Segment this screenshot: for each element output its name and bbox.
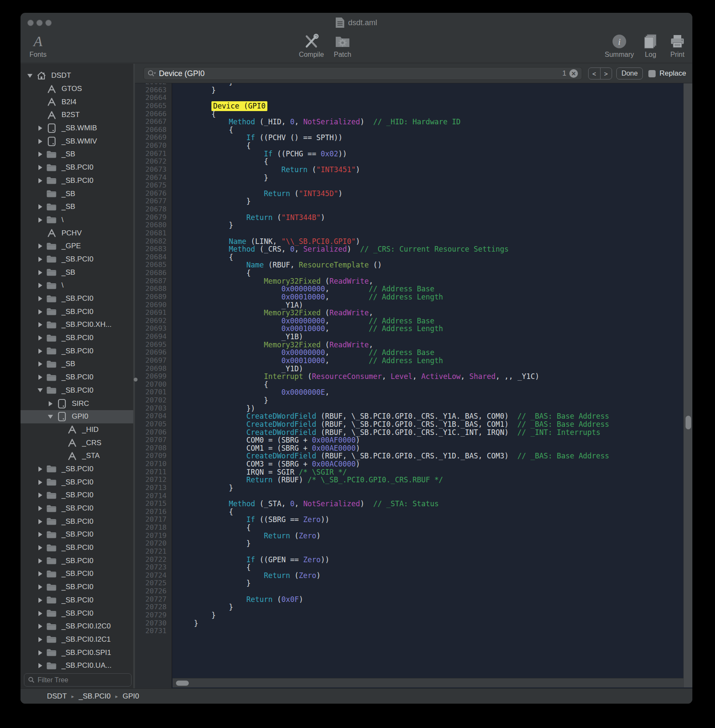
summary-button[interactable]: i Summary (601, 32, 637, 59)
tree-item--sb-pci0[interactable]: _SB.PCI0 (21, 161, 133, 174)
disclosure-closed-icon[interactable] (37, 624, 44, 629)
vertical-scrollbar[interactable] (683, 83, 692, 687)
tree-item--sb[interactable]: _SB (21, 148, 133, 161)
disclosure-closed-icon[interactable] (37, 165, 44, 170)
tree-item--sb-pci0[interactable]: _SB.PCI0 (21, 581, 133, 594)
tree-item--sb-pci0[interactable]: _SB.PCI0 (21, 594, 133, 607)
tree-item--sb-pci0[interactable]: _SB.PCI0 (21, 253, 133, 266)
tree-item--sb-pci0[interactable]: _SB.PCI0 (21, 476, 133, 489)
find-next-button[interactable]: > (601, 68, 612, 79)
disclosure-closed-icon[interactable] (37, 519, 44, 524)
search-input[interactable]: Device (GPI0 1 ✕ (144, 67, 582, 80)
tree-item--sb-pci0[interactable]: _SB.PCI0 (21, 305, 133, 318)
tree-item--sb-pci0[interactable]: _SB.PCI0 (21, 528, 133, 541)
disclosure-closed-icon[interactable] (37, 178, 44, 183)
tree-item-b2st[interactable]: B2ST (21, 109, 133, 122)
tree-item--sb[interactable]: _SB (21, 187, 133, 200)
disclosure-closed-icon[interactable] (37, 467, 44, 472)
disclosure-closed-icon[interactable] (37, 598, 44, 603)
disclosure-closed-icon[interactable] (37, 532, 44, 537)
compile-button[interactable]: Compile (294, 32, 329, 59)
tree-item--sb-pci0[interactable]: _SB.PCI0 (21, 541, 133, 555)
tree-item--sb[interactable]: _SB (21, 266, 133, 279)
disclosure-closed-icon[interactable] (37, 361, 44, 367)
tree-item--sb-pci0-ua-[interactable]: _SB.PCI0.UA... (21, 659, 133, 672)
disclosure-closed-icon[interactable] (37, 217, 44, 223)
patch-button[interactable]: Patch (328, 32, 358, 59)
tree-item--sb-pci0[interactable]: _SB.PCI0 (21, 515, 133, 528)
disclosure-closed-icon[interactable] (37, 480, 44, 485)
breadcrumb-item-gpi0[interactable]: GPI0 (123, 692, 139, 701)
disclosure-open-icon[interactable] (26, 74, 33, 78)
clear-search-button[interactable]: ✕ (569, 69, 578, 78)
tree-item--sb-pci0[interactable]: _SB.PCI0 (21, 489, 133, 502)
tree-item--sb[interactable]: _SB (21, 200, 133, 214)
fonts-button[interactable]: A Fonts (23, 32, 53, 59)
tree-item--sb-pci0[interactable]: _SB.PCI0 (21, 502, 133, 515)
tree-item-pchv[interactable]: PCHV (21, 226, 133, 240)
disclosure-closed-icon[interactable] (37, 571, 44, 576)
disclosure-closed-icon[interactable] (37, 296, 44, 301)
breadcrumb-item--sb-pci0[interactable]: _SB.PCI0 (79, 692, 111, 701)
horizontal-scrollbar-thumb[interactable] (176, 681, 189, 686)
horizontal-scrollbar[interactable] (173, 678, 692, 687)
disclosure-closed-icon[interactable] (37, 309, 44, 314)
disclosure-closed-icon[interactable] (37, 663, 44, 668)
tree-item--sta[interactable]: _STA (21, 449, 133, 463)
disclosure-closed-icon[interactable] (37, 126, 44, 131)
tree-item--sb-pci0[interactable]: _SB.PCI0 (21, 567, 133, 581)
disclosure-closed-icon[interactable] (37, 493, 44, 498)
disclosure-closed-icon[interactable] (37, 283, 44, 288)
disclosure-closed-icon[interactable] (37, 584, 44, 590)
disclosure-closed-icon[interactable] (37, 650, 44, 655)
tree-item--sb-pci0-xh-[interactable]: _SB.PCI0.XH... (21, 318, 133, 332)
tree-item--[interactable]: \ (21, 214, 133, 227)
tree-item--sb-pci0[interactable]: _SB.PCI0 (21, 463, 133, 476)
tree-item--[interactable]: \ (21, 279, 133, 292)
disclosure-closed-icon[interactable] (37, 270, 44, 275)
tree-item--sb-pci0[interactable]: _SB.PCI0 (21, 607, 133, 620)
disclosure-closed-icon[interactable] (37, 506, 44, 511)
disclosure-closed-icon[interactable] (37, 139, 44, 144)
disclosure-closed-icon[interactable] (37, 322, 44, 327)
disclosure-closed-icon[interactable] (37, 152, 44, 157)
disclosure-closed-icon[interactable] (37, 637, 44, 642)
tree-item--sb-wmib[interactable]: _SB.WMIB (21, 122, 133, 135)
disclosure-closed-icon[interactable] (37, 204, 44, 209)
disclosure-closed-icon[interactable] (37, 545, 44, 550)
tree-item--sb-pci0[interactable]: _SB.PCI0 (21, 174, 133, 188)
disclosure-closed-icon[interactable] (47, 401, 54, 406)
tree-item-dsdt[interactable]: DSDT (21, 69, 133, 82)
tree-item--sb-pci0[interactable]: _SB.PCI0 (21, 554, 133, 567)
disclosure-closed-icon[interactable] (37, 257, 44, 262)
tree-item--gpe[interactable]: _GPE (21, 240, 133, 253)
tree-item--sb[interactable]: _SB (21, 358, 133, 371)
tree-item--sb-pci0[interactable]: _SB.PCI0 (21, 344, 133, 358)
disclosure-closed-icon[interactable] (37, 611, 44, 616)
tree-item-sirc[interactable]: SIRC (21, 397, 133, 410)
done-button[interactable]: Done (616, 68, 643, 79)
tree-item--sb-pci0-spi1[interactable]: _SB.PCI0.SPI1 (21, 646, 133, 659)
print-button[interactable]: Print (665, 32, 690, 59)
tree-item--sb-wmiv[interactable]: _SB.WMIV (21, 135, 133, 148)
splitter-handle[interactable] (134, 378, 138, 382)
tree-item--sb-pci0-i2c0[interactable]: _SB.PCI0.I2C0 (21, 620, 133, 633)
disclosure-closed-icon[interactable] (37, 349, 44, 354)
find-previous-button[interactable]: < (589, 68, 601, 79)
disclosure-closed-icon[interactable] (37, 558, 44, 564)
tree-item--crs[interactable]: _CRS (21, 436, 133, 449)
disclosure-closed-icon[interactable] (37, 375, 44, 380)
tree-item-gtos[interactable]: GTOS (21, 82, 133, 96)
tree-item--sb-pci0[interactable]: _SB.PCI0 (21, 371, 133, 384)
disclosure-open-icon[interactable] (37, 388, 44, 392)
disclosure-open-icon[interactable] (47, 415, 54, 419)
breadcrumb-item-dsdt[interactable]: DSDT (47, 692, 67, 701)
filter-tree-input[interactable]: Filter Tree (24, 673, 132, 687)
tree-item--hid[interactable]: _HID (21, 423, 133, 437)
tree-item--sb-pci0[interactable]: _SB.PCI0 (21, 332, 133, 345)
log-button[interactable]: Log (639, 32, 662, 59)
disclosure-closed-icon[interactable] (37, 335, 44, 341)
tree-item--sb-pci0[interactable]: _SB.PCI0 (21, 292, 133, 305)
tree-item--sb-pci0-i2c1[interactable]: _SB.PCI0.I2C1 (21, 633, 133, 646)
replace-checkbox[interactable] (648, 70, 656, 77)
